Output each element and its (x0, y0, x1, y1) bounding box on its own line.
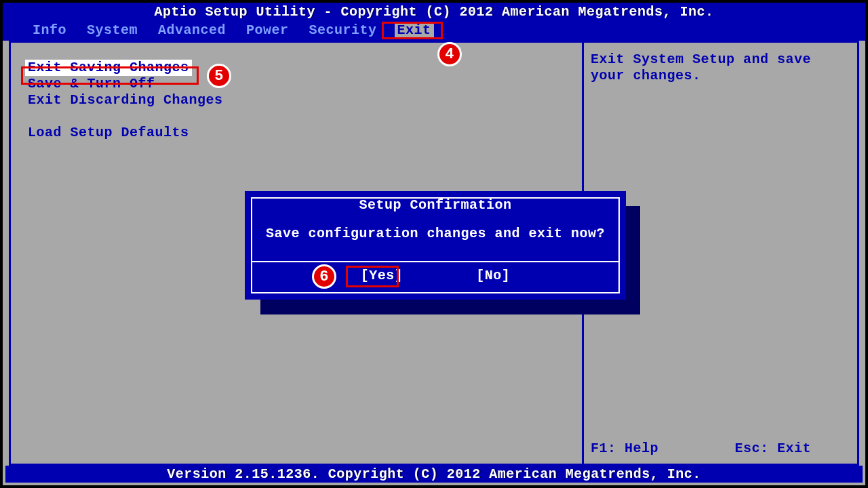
tab-info[interactable]: Info (30, 22, 69, 39)
tab-exit[interactable]: Exit (395, 22, 434, 39)
menu-list: Exit Saving Changes Save & Turn-Off Exit… (25, 60, 574, 141)
tab-system[interactable]: System (84, 22, 140, 39)
hint-esc: Esc: Exit (735, 441, 812, 456)
tab-advanced[interactable]: Advanced (155, 22, 229, 39)
dialog-title-wrap: Setup Confirmation (252, 197, 618, 213)
app-title: Aptio Setup Utility - Copyright (C) 2012… (3, 4, 865, 20)
no-button[interactable]: [No] (473, 266, 513, 285)
dialog-separator (252, 261, 618, 262)
annotation-badge-6: 6 (312, 264, 336, 289)
menu-bar: Info System Advanced Power Security Exit (3, 20, 865, 41)
tab-power[interactable]: Power (243, 22, 292, 39)
tab-security[interactable]: Security (307, 22, 380, 39)
annotation-badge-4: 4 (437, 42, 462, 66)
menu-item-save-turnoff[interactable]: Save & Turn-Off (25, 76, 574, 92)
menu-item-load-defaults[interactable]: Load Setup Defaults (25, 125, 574, 141)
top-bar: Aptio Setup Utility - Copyright (C) 2012… (3, 3, 865, 41)
yes-button[interactable]: [Yes] (358, 266, 406, 285)
annotation-badge-5: 5 (207, 64, 231, 88)
hint-f1: F1: Help (591, 441, 726, 456)
dialog-message: Save configuration changes and exit now? (252, 226, 618, 242)
help-description: Exit System Setup and save your changes. (591, 52, 847, 84)
menu-spacer (25, 108, 574, 125)
dialog-buttons: [Yes] [No] (252, 266, 618, 285)
menu-item-exit-saving[interactable]: Exit Saving Changes (25, 60, 192, 76)
dialog-title: Setup Confirmation (352, 199, 518, 212)
footer-bar: Version 2.15.1236. Copyright (C) 2012 Am… (5, 466, 863, 483)
dialog-frame: Setup Confirmation Save configuration ch… (251, 197, 620, 293)
key-hints: F1: Help Esc: Exit (591, 441, 811, 456)
menu-item-exit-discarding[interactable]: Exit Discarding Changes (25, 92, 574, 108)
confirmation-dialog: Setup Confirmation Save configuration ch… (245, 191, 626, 300)
bios-screen: Aptio Setup Utility - Copyright (C) 2012… (0, 0, 868, 488)
